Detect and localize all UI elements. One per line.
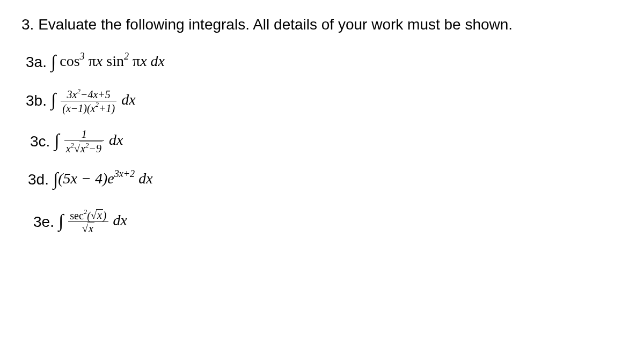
subproblem-3a: 3a. ∫ cos3 πx sin2 πx dx bbox=[26, 52, 623, 73]
math-expression-3c: ∫ 1 x2x2−9 dx bbox=[54, 129, 123, 154]
subproblem-label: 3a. bbox=[26, 54, 47, 71]
math-expression-3a: ∫ cos3 πx sin2 πx dx bbox=[51, 52, 165, 73]
subproblem-3c: 3c. ∫ 1 x2x2−9 dx bbox=[30, 129, 623, 154]
subproblem-label: 3b. bbox=[26, 92, 47, 109]
subproblem-3b: 3b. ∫ 3x2−4x+5 (x−1)(x2+1) dx bbox=[26, 88, 623, 114]
subproblem-3e: 3e. ∫ sec2(x) x dx bbox=[33, 209, 623, 235]
subproblem-3d: 3d. ∫(5x − 4)e3x+2 dx bbox=[28, 169, 623, 190]
subproblem-label: 3c. bbox=[30, 133, 50, 150]
subproblem-label: 3d. bbox=[28, 171, 49, 188]
problem-number: 3. bbox=[21, 16, 34, 33]
subproblem-label: 3e. bbox=[33, 213, 54, 231]
problem-text: Evaluate the following integrals. All de… bbox=[38, 16, 513, 33]
math-expression-3d: ∫(5x − 4)e3x+2 dx bbox=[53, 169, 153, 190]
math-expression-3e: ∫ sec2(x) x dx bbox=[58, 209, 127, 235]
problem-statement: 3. Evaluate the following integrals. All… bbox=[21, 16, 623, 33]
math-expression-3b: ∫ 3x2−4x+5 (x−1)(x2+1) dx bbox=[51, 88, 136, 114]
